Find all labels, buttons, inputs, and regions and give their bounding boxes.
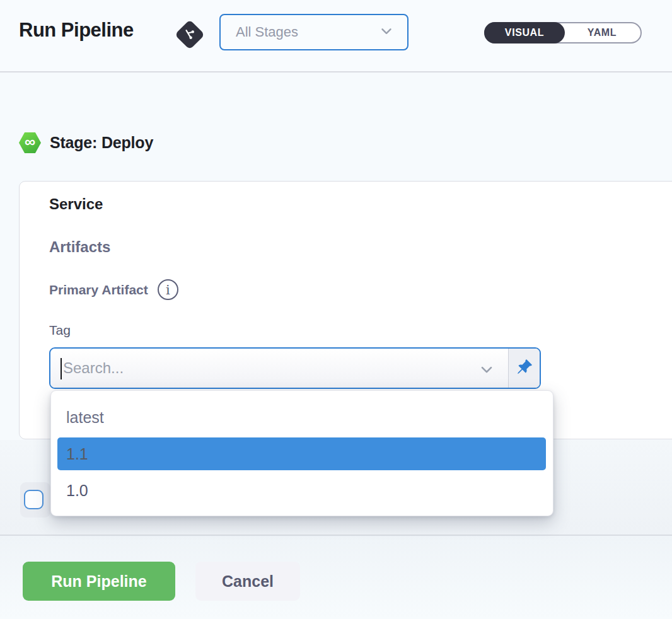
dialog-header: Run Pipeline All Stages VISUAL YAML — [0, 0, 672, 72]
cancel-button[interactable]: Cancel — [195, 562, 300, 601]
dropdown-option[interactable]: 1.1 — [57, 437, 546, 470]
dropdown-option[interactable]: 1.0 — [57, 474, 546, 507]
dropdown-option[interactable]: latest — [57, 401, 546, 434]
tab-yaml[interactable]: YAML — [564, 23, 640, 42]
chevron-down-icon — [378, 23, 395, 42]
info-icon[interactable]: i — [158, 279, 178, 300]
text-caret — [61, 358, 62, 379]
checkbox[interactable] — [24, 490, 43, 509]
run-pipeline-button[interactable]: Run Pipeline — [23, 562, 175, 601]
artifacts-heading: Artifacts — [49, 238, 110, 256]
stage-selector-dropdown[interactable]: All Stages — [219, 14, 408, 50]
tag-dropdown-menu: latest 1.1 1.0 — [50, 390, 553, 516]
run-pipeline-dialog: Run Pipeline All Stages VISUAL YAML — [0, 0, 672, 619]
service-heading: Service — [49, 195, 103, 213]
pin-icon — [516, 359, 533, 378]
view-toggle: VISUAL YAML — [484, 22, 642, 43]
cd-stage-icon: ∞ — [19, 132, 41, 153]
tag-label: Tag — [49, 323, 71, 338]
tab-visual[interactable]: VISUAL — [484, 22, 565, 43]
tag-search-wrap — [50, 349, 508, 388]
stage-selector-value: All Stages — [236, 24, 378, 40]
primary-artifact-label: Primary Artifact — [49, 282, 148, 298]
git-icon — [175, 20, 205, 50]
primary-artifact-row: Primary Artifact i — [49, 279, 178, 300]
page-title: Run Pipeline — [19, 19, 134, 42]
dialog-footer: Run Pipeline Cancel — [0, 536, 672, 619]
tag-combobox — [49, 347, 541, 389]
chevron-down-icon[interactable] — [478, 361, 495, 381]
stage-title: Stage: Deploy — [50, 134, 153, 152]
pin-button[interactable] — [508, 349, 540, 388]
stage-row: ∞ Stage: Deploy — [19, 132, 153, 153]
tag-search-input[interactable] — [50, 349, 508, 388]
